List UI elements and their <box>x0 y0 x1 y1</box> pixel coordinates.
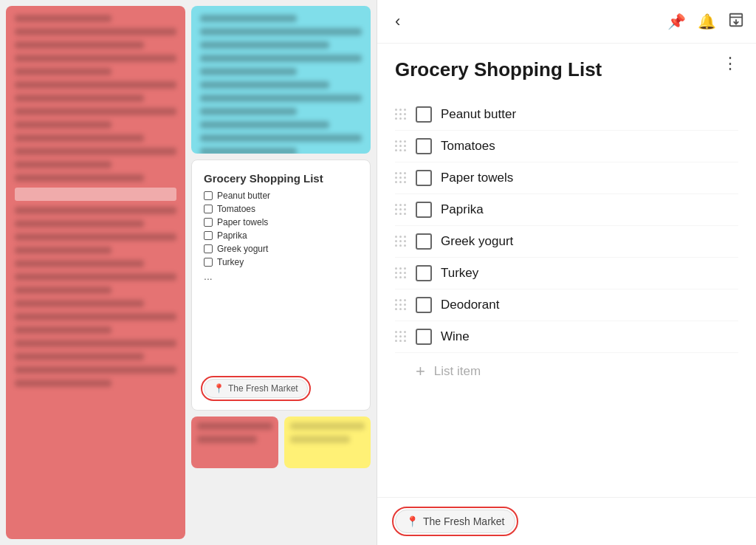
list-item-row: Greek yogurt <box>395 226 738 258</box>
detail-location-badge[interactable]: 📍 The Fresh Market <box>395 510 515 533</box>
pin-icon-mini: 📍 <box>213 383 224 394</box>
left-panel: Grocery Shopping List Peanut butter Toma… <box>0 0 377 545</box>
item-checkbox-6[interactable] <box>416 297 432 313</box>
item-checkbox-7[interactable] <box>416 329 432 345</box>
drag-handle[interactable] <box>395 109 407 120</box>
item-checkbox-2[interactable] <box>416 170 432 186</box>
drag-handle[interactable] <box>395 236 407 247</box>
mini-item-5: Turkey <box>204 257 358 267</box>
item-text-6: Deodorant <box>441 298 738 312</box>
drag-handle[interactable] <box>395 267 407 279</box>
drag-handle[interactable] <box>395 172 407 184</box>
list-item-row: Deodorant <box>395 289 738 321</box>
list-item-row: Peanut butter <box>395 99 738 131</box>
pin-icon-detail: 📍 <box>406 515 419 527</box>
pin-header-icon[interactable]: 📌 <box>667 13 686 30</box>
item-text-4: Greek yogurt <box>441 234 738 249</box>
note-card-teal[interactable] <box>191 6 371 154</box>
drag-handle[interactable] <box>395 299 407 311</box>
archive-header-icon[interactable] <box>728 12 744 32</box>
note-card-red-left[interactable] <box>6 6 185 539</box>
detail-header: ‹ 📌 🔔 <box>377 0 756 44</box>
item-text-2: Paper towels <box>441 171 738 185</box>
item-checkbox-3[interactable] <box>416 202 432 218</box>
svg-rect-0 <box>730 13 743 17</box>
drag-handle[interactable] <box>395 204 407 216</box>
mini-item-2: Paper towels <box>204 217 358 227</box>
item-checkbox-4[interactable] <box>416 233 432 250</box>
mini-item-0: Peanut butter <box>204 191 358 201</box>
detail-location-text: The Fresh Market <box>423 515 504 527</box>
detail-content: Grocery Shopping List ⋮ Peanut butter <box>377 44 756 497</box>
list-item-row: Turkey <box>395 258 738 289</box>
title-row: Grocery Shopping List ⋮ <box>395 58 738 99</box>
item-checkbox-0[interactable] <box>416 106 432 123</box>
list-item-row: Paprika <box>395 194 738 226</box>
mini-item-4: Greek yogurt <box>204 244 358 254</box>
note-card-red-bottom[interactable] <box>191 417 278 468</box>
menu-dots-button[interactable]: ⋮ <box>722 55 738 72</box>
item-text-0: Peanut butter <box>441 107 738 122</box>
item-text-3: Paprika <box>441 202 738 217</box>
reminder-header-icon[interactable]: 🔔 <box>698 13 716 30</box>
item-text-5: Turkey <box>441 266 738 281</box>
detail-title: Grocery Shopping List <box>395 58 602 81</box>
mini-item-1: Tomatoes <box>204 204 358 214</box>
note-card-grocery-mini[interactable]: Grocery Shopping List Peanut butter Toma… <box>191 160 371 411</box>
mini-item-3: Paprika <box>204 230 358 241</box>
item-checkbox-5[interactable] <box>416 265 432 281</box>
back-button[interactable]: ‹ <box>389 9 406 34</box>
add-item-row[interactable]: + List item <box>395 353 738 390</box>
header-icons: 📌 🔔 <box>667 12 744 32</box>
right-panel: ‹ 📌 🔔 Grocery Shopping List ⋮ <box>377 0 756 545</box>
drag-handle[interactable] <box>395 140 407 152</box>
add-item-placeholder[interactable]: List item <box>434 364 481 379</box>
detail-footer: 📍 The Fresh Market <box>377 497 756 545</box>
grocery-list: Peanut butter Tomatoes Paper towel <box>395 99 738 390</box>
mini-note-title: Grocery Shopping List <box>204 172 358 185</box>
item-text-7: Wine <box>441 329 738 344</box>
list-item-row: Paper towels <box>395 162 738 194</box>
bottom-row <box>191 417 371 468</box>
mini-location-badge[interactable]: 📍 The Fresh Market <box>204 379 308 398</box>
list-item-row: Wine <box>395 321 738 353</box>
list-item-row: Tomatoes <box>395 131 738 162</box>
drag-handle[interactable] <box>395 331 407 343</box>
mini-ellipsis: ... <box>204 270 358 282</box>
item-text-1: Tomatoes <box>441 139 738 154</box>
note-card-yellow-bottom[interactable] <box>284 417 371 468</box>
mini-location-text: The Fresh Market <box>228 383 298 394</box>
item-checkbox-1[interactable] <box>416 138 432 154</box>
add-icon: + <box>416 362 425 381</box>
